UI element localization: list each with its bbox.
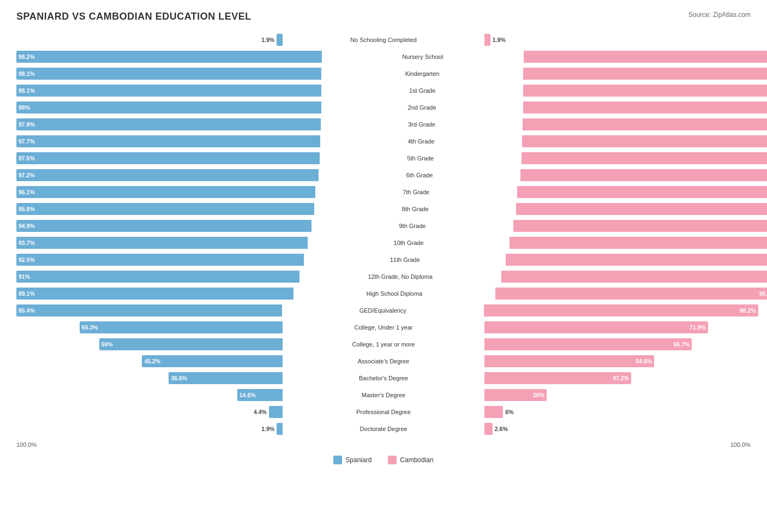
right-section: 98.2% [472, 49, 767, 64]
table-row: 97.5%5th Grade97.6% [16, 151, 751, 166]
spaniard-bar: 96.1% [16, 186, 315, 198]
left-section: 59% [16, 337, 334, 352]
bottom-left-label: 100.0% [16, 441, 37, 448]
spaniard-bar-label: 97.7% [19, 138, 35, 145]
chart-source: Source: ZipAtlas.com [688, 11, 751, 19]
spaniard-bar: 59% [99, 338, 283, 350]
spaniard-bar-label: 97.2% [19, 172, 35, 178]
spaniard-bar [277, 423, 283, 435]
right-section: 2.6% [433, 421, 751, 437]
spaniard-bar: 97.5% [16, 152, 320, 164]
spaniard-bar-label: 14.6% [239, 392, 256, 398]
cambodian-bar: 97.3% [520, 169, 767, 181]
center-category-label: Nursery School [374, 52, 472, 61]
right-section: 66.7% [433, 337, 751, 352]
spaniard-bar-label: 45.2% [144, 358, 160, 364]
right-section: 98% [471, 100, 767, 115]
center-category-label: 7th Grade [367, 188, 465, 196]
table-row: 92.5%11th Grade93.6% [16, 252, 751, 267]
left-section: 97.2% [16, 168, 370, 183]
left-section: 95.8% [16, 201, 366, 217]
spaniard-bar: 89.1% [16, 288, 293, 300]
cambodian-bar: 88.2% [484, 304, 758, 316]
spaniard-bar: 98.1% [16, 85, 321, 97]
bottom-right-label: 100.0% [730, 441, 751, 448]
spaniard-bar: 97.7% [16, 135, 320, 147]
cambodian-bar: 98.2% [524, 51, 767, 63]
cambodian-bar: 66.7% [484, 338, 692, 350]
center-category-label: 6th Grade [370, 171, 469, 180]
bars-area: 1.9%No Schooling Completed1.9%98.2%Nurse… [16, 32, 751, 438]
center-category-label: 9th Grade [363, 222, 462, 230]
cambodian-bar: 96.1% [516, 203, 767, 215]
right-section: 98.1% [471, 83, 767, 98]
cambodian-bar-label: 20% [533, 392, 544, 398]
spaniard-bar-label: 95.8% [19, 206, 35, 212]
table-row: 95.8%8th Grade96.1% [16, 201, 751, 217]
cambodian-bar-label-outside: 2.6% [495, 426, 508, 432]
cambodian-bar: 93.6% [506, 254, 767, 266]
table-row: 98.1%1st Grade98.1% [16, 83, 751, 98]
spaniard-bar-label-outside: 4.4% [254, 409, 267, 415]
table-row: 98.2%Nursery School98.2% [16, 49, 751, 64]
spaniard-bar-label: 97.5% [19, 155, 35, 162]
spaniard-bar-label: 98.1% [19, 87, 35, 94]
cambodian-bar: 97.7% [522, 135, 767, 147]
table-row: 1.9%Doctorate Degree2.6% [16, 421, 751, 437]
cambodian-bar: 96.3% [517, 186, 767, 198]
table-row: 4.4%Professional Degree6% [16, 404, 751, 420]
right-section: 97.7% [470, 134, 767, 149]
left-section: 98% [16, 100, 373, 115]
center-category-label: 11th Grade [356, 255, 454, 264]
chart-title: SPANIARD VS CAMBODIAN EDUCATION LEVEL [16, 11, 251, 22]
left-section: 45.2% [16, 354, 334, 369]
table-row: 97.7%4th Grade97.7% [16, 134, 751, 149]
spaniard-bar-label: 97.9% [19, 121, 35, 128]
right-section: 93.6% [454, 252, 767, 267]
spaniard-bar-label: 65.3% [82, 324, 98, 331]
center-category-label: Kindergarten [373, 69, 471, 78]
cambodian-bar-label: 71.9% [690, 324, 706, 331]
cambodian-bar [484, 34, 490, 46]
right-section: 54.6% [433, 354, 751, 369]
right-section: 88.2% [432, 303, 758, 318]
table-row: 93.7%10th Grade94.5% [16, 235, 751, 250]
spaniard-bar: 98% [16, 101, 321, 113]
cambodian-bar: 95.4% [513, 220, 767, 232]
right-section: 95.4% [462, 218, 767, 234]
spaniard-bar-label: 98% [19, 104, 30, 111]
left-section: 36.6% [16, 370, 334, 386]
left-section: 91% [16, 269, 351, 284]
cambodian-bar: 98.1% [523, 68, 767, 80]
center-category-label: 1st Grade [373, 86, 471, 95]
table-row: 36.6%Bachelor's Degree47.2% [16, 370, 751, 386]
left-section: 98.2% [16, 49, 374, 64]
right-section: 97.9% [471, 117, 767, 132]
center-category-label: No Schooling Completed [334, 35, 433, 44]
center-category-label: College, Under 1 year [334, 323, 433, 332]
cambodian-bar-label-outside: 1.9% [493, 37, 506, 43]
right-section: 20% [433, 387, 751, 403]
legend-spaniard-label: Spaniard [345, 456, 371, 464]
table-row: 45.2%Associate's Degree54.6% [16, 354, 751, 369]
left-section: 92.5% [16, 252, 356, 267]
center-category-label: 3rd Grade [373, 120, 471, 129]
cambodian-bar [484, 423, 493, 435]
spaniard-bar-label: 85.4% [19, 307, 35, 314]
cambodian-bar-label: 88.2% [740, 307, 756, 314]
center-category-label: 5th Grade [371, 154, 470, 163]
spaniard-bar: 93.7% [16, 237, 308, 249]
table-row: 85.4%GED/Equivalency88.2% [16, 303, 751, 318]
left-section: 97.7% [16, 134, 372, 149]
cambodian-bar: 90.8% [495, 288, 767, 300]
center-category-label: 4th Grade [372, 137, 470, 146]
right-section: 94.5% [458, 235, 767, 250]
cambodian-bar: 98% [523, 101, 767, 113]
cambodian-bar: 97.6% [522, 152, 767, 164]
center-category-label: 12th Grade, No Diploma [351, 272, 450, 281]
table-row: 91%12th Grade, No Diploma92.6% [16, 269, 751, 284]
cambodian-bar-label: 54.6% [636, 358, 652, 364]
spaniard-bar: 45.2% [142, 355, 283, 367]
center-category-label: Bachelor's Degree [334, 374, 433, 382]
right-section: 97.6% [470, 151, 767, 166]
